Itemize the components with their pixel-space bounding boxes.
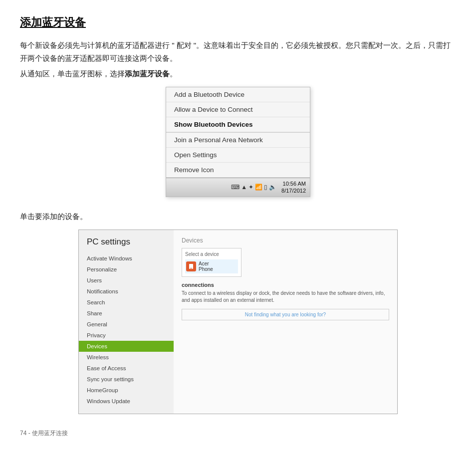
device-icon: ▯ (264, 184, 267, 191)
page-title: 添加蓝牙设备 (20, 15, 456, 30)
connections-section: connections To connect to a wireless dis… (182, 282, 389, 304)
taskbar-icons: ⌨ ▲ ✦ 📶 ▯ 🔈 (231, 184, 276, 191)
instruction-bold-text: 添加蓝牙设备 (125, 69, 170, 78)
pc-settings-title: PC settings (79, 237, 174, 253)
sidebar-item-notifications[interactable]: Notifications (79, 286, 174, 297)
page-footer: 74 - 使用蓝牙连接 (20, 429, 456, 438)
taskbar-strip: ⌨ ▲ ✦ 📶 ▯ 🔈 10:56 AM 8/17/2012 (166, 178, 310, 197)
sidebar-item-ease-of-access[interactable]: Ease of Access (79, 363, 174, 374)
menu-item-open-settings[interactable]: Open Settings (166, 148, 310, 163)
instruction-line: 从通知区，单击蓝牙图标，选择添加蓝牙设备。 (20, 69, 456, 79)
sidebar-item-wireless[interactable]: Wireless (79, 352, 174, 363)
sidebar-item-devices[interactable]: Devices (79, 341, 174, 352)
menu-item-join-pan[interactable]: Join a Personal Area Network (166, 132, 310, 148)
svg-rect-1 (190, 268, 192, 268)
sidebar-item-share[interactable]: Share (79, 308, 174, 319)
instruction-text: 从通知区，单击蓝牙图标，选择 (20, 69, 125, 78)
arrow-icon: ▲ (241, 184, 247, 191)
time-display: 10:56 AM (281, 180, 306, 187)
sidebar-item-personalize[interactable]: Personalize (79, 264, 174, 275)
sidebar-item-search[interactable]: Search (79, 297, 174, 308)
device-name: Acer (199, 261, 213, 266)
menu-item-allow-device[interactable]: Allow a Device to Connect (166, 102, 310, 117)
context-menu-box: Add a Bluetooth Device Allow a Device to… (166, 87, 310, 197)
pc-settings-sidebar: PC settings Activate Windows Personalize… (79, 230, 174, 414)
click-instruction: 单击要添加的设备。 (20, 212, 456, 222)
sidebar-item-windows-update[interactable]: Windows Update (79, 396, 174, 407)
sidebar-item-sync-settings[interactable]: Sync your settings (79, 374, 174, 385)
device-item-icon (186, 261, 196, 271)
devices-section-title: Devices (182, 237, 389, 244)
menu-item-show-bluetooth[interactable]: Show Bluetooth Devices (166, 117, 310, 132)
device-select-box: Select a device Acer Phone (182, 248, 241, 277)
sidebar-item-activate-windows[interactable]: Activate Windows (79, 253, 174, 264)
menu-item-remove-icon[interactable]: Remove Icon (166, 163, 310, 178)
instruction-end: 。 (170, 69, 177, 78)
select-device-label: Select a device (185, 251, 238, 257)
connections-desc: To connect to a wireless display or dock… (182, 290, 389, 304)
context-menu-screenshot: Add a Bluetooth Device Allow a Device to… (20, 87, 456, 197)
sidebar-item-general[interactable]: General (79, 319, 174, 330)
context-menu: Add a Bluetooth Device Allow a Device to… (166, 87, 310, 197)
pc-settings-screenshot: PC settings Activate Windows Personalize… (20, 230, 456, 414)
sidebar-item-homegroup[interactable]: HomeGroup (79, 385, 174, 396)
date-display: 8/17/2012 (281, 187, 306, 194)
pc-settings-content: Devices Select a device Acer Phone (174, 230, 397, 414)
sidebar-item-privacy[interactable]: Privacy (79, 330, 174, 341)
intro-paragraph: 每个新设备必须先与计算机的蓝牙适配器进行 " 配对 "。这意味着出于安全目的，它… (20, 39, 456, 64)
signal-icon: 📶 (255, 184, 262, 191)
pc-settings-box: PC settings Activate Windows Personalize… (78, 230, 398, 414)
device-item-text: Acer Phone (199, 261, 213, 272)
device-type: Phone (199, 266, 213, 272)
connections-title: connections (182, 282, 389, 288)
volume-icon: 🔈 (269, 184, 276, 191)
sidebar-item-users[interactable]: Users (79, 275, 174, 286)
menu-item-add-bluetooth[interactable]: Add a Bluetooth Device (166, 87, 310, 102)
bluetooth-icon: ✦ (248, 184, 253, 191)
taskbar-time: 10:56 AM 8/17/2012 (281, 180, 306, 195)
not-finding-link[interactable]: Not finding what you are looking for? (182, 309, 389, 320)
device-item-acer[interactable]: Acer Phone (185, 259, 238, 273)
keyboard-icon: ⌨ (231, 184, 239, 191)
